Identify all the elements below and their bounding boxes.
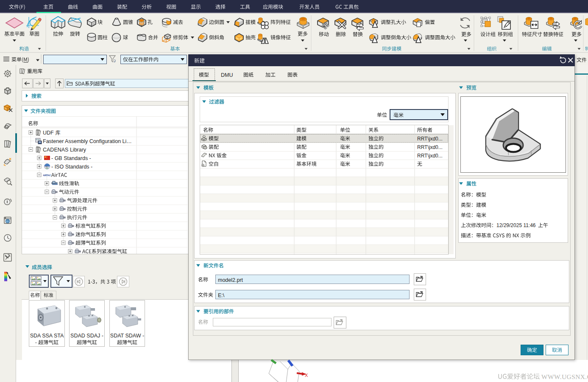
svg-text:Fastener Assembly Configuratio: Fastener Assembly Configuration Li… bbox=[43, 138, 132, 144]
svg-text:- GB Standards -: - GB Standards - bbox=[51, 155, 91, 161]
svg-text:WWW.UGSNX.COM: WWW.UGSNX.COM bbox=[541, 373, 588, 380]
svg-text:E:\: E:\ bbox=[218, 292, 225, 298]
svg-text:RRT\jxd0...: RRT\jxd0... bbox=[417, 136, 443, 142]
svg-text:ISO: ISO bbox=[45, 166, 49, 168]
svg-text:X: X bbox=[305, 373, 308, 378]
svg-text:model2.prt: model2.prt bbox=[218, 277, 243, 283]
svg-text:CADENAS Library: CADENAS Library bbox=[43, 147, 86, 153]
svg-text:RRT\jxd0...: RRT\jxd0... bbox=[417, 144, 443, 150]
svg-text:RRT\jxd0...: RRT\jxd0... bbox=[417, 153, 443, 159]
svg-text:SDAT SDAW -: SDAT SDAW - bbox=[110, 333, 144, 339]
svg-text:UDF 库: UDF 库 bbox=[43, 130, 61, 136]
svg-text:SDA SSA STA: SDA SSA STA bbox=[30, 333, 64, 339]
svg-text:DMU: DMU bbox=[221, 72, 233, 78]
svg-text:- ISO Standards -: - ISO Standards - bbox=[51, 164, 92, 170]
svg-text:AIRTAC: AIRTAC bbox=[43, 174, 51, 177]
svg-text:12/29/2025 11:46: 12/29/2025 11:46 bbox=[496, 222, 536, 228]
svg-text:SDAD SDAJ -: SDAD SDAJ - bbox=[70, 333, 103, 339]
